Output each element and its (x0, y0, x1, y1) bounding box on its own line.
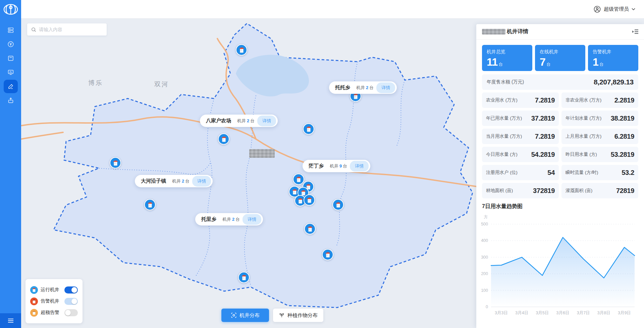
well-marker[interactable] (144, 199, 156, 210)
sidebar (0, 0, 21, 328)
stat-card-value: 11 (487, 56, 498, 68)
scan-frame-icon (231, 312, 237, 318)
well-marker[interactable] (236, 44, 247, 56)
x-tick-label: 3月8日 (597, 311, 610, 315)
well-cabinet-icon (241, 274, 247, 281)
tooltip-detail-button[interactable]: 详情 (257, 116, 276, 126)
stat-value: 37.2819 (531, 115, 555, 122)
sidebar-item-analytics[interactable] (4, 66, 18, 79)
well-cabinet-icon (113, 160, 118, 166)
panel-collapse-button[interactable] (632, 29, 638, 34)
tooltip-well-unit: 台 (250, 118, 255, 124)
search-input[interactable] (39, 27, 103, 32)
trend-chart-title: 7日用水量趋势图 (482, 203, 638, 210)
tooltip-well-unit: 台 (369, 85, 374, 91)
stat-cell-today-used: 今日用水量 (方)54.2819 (482, 147, 559, 162)
stat-value: 38.2819 (611, 115, 634, 122)
y-axis-unit: 方 (484, 215, 488, 219)
stat-label: 年已用水量 (万方) (486, 115, 522, 121)
stat-cell-agri-water: 农业用水 (万方)7.2819 (482, 92, 559, 108)
stat-row: 耕地面积 (亩)372819 灌溉面积 (亩)72819 (482, 183, 638, 198)
app-logo (0, 0, 21, 19)
tooltip-well-label: 机井 (222, 216, 231, 222)
stat-label: 耕地面积 (亩) (486, 188, 513, 194)
map-tooltip-mangding: 茫丁乡 机井 9 台 详情 (303, 160, 370, 172)
map-tooltip-daheyanzi: 大河沿子镇 机井 2 台 详情 (135, 175, 213, 187)
tooltip-detail-button[interactable]: 详情 (376, 82, 395, 93)
well-marker[interactable] (238, 272, 250, 283)
stat-value: 53.2819 (611, 151, 634, 158)
well-marker[interactable] (218, 133, 229, 145)
stat-cell-non-agri-water: 非农业用水 (万方)2.2819 (561, 92, 638, 108)
stat-card-label: 机井总览 (487, 49, 528, 55)
well-cabinet-icon (306, 126, 312, 132)
toggle-over-quota[interactable] (64, 309, 78, 316)
well-marker[interactable] (322, 249, 333, 260)
toggle-running-wells[interactable] (64, 286, 78, 293)
tooltip-well-count: 2 (182, 179, 184, 184)
well-marker[interactable] (303, 123, 314, 135)
sidebar-item-billing[interactable] (4, 38, 18, 51)
tooltip-well-label: 机井 (172, 178, 181, 184)
well-marker[interactable] (293, 174, 304, 185)
y-tick-label: 400 (481, 238, 488, 243)
stat-cell-year-used: 年已用水量 (万方)37.2819 (482, 111, 559, 126)
hamburger-icon (8, 318, 14, 323)
trend-chart: 0100200300400500方3月3日3月4日3月5日3月6日3月7日3月8… (479, 211, 639, 318)
well-cabinet-icon (292, 189, 298, 195)
stat-card-unit: 台 (546, 62, 550, 67)
well-cabinet-icon (221, 136, 227, 142)
tooltip-detail-button[interactable]: 详情 (350, 161, 369, 172)
stat-value: 372819 (533, 187, 555, 195)
well-marker[interactable] (304, 223, 316, 235)
stat-card-online-wells: 在线机井 7台 (535, 45, 585, 71)
stat-card-label: 告警机井 (593, 49, 634, 55)
sidebar-item-edit-active[interactable] (4, 80, 18, 93)
sidebar-item-export[interactable] (4, 94, 18, 107)
y-tick-label: 200 (481, 271, 488, 276)
x-tick-label: 3月4日 (515, 311, 528, 315)
tooltip-detail-button[interactable]: 详情 (192, 176, 211, 187)
tooltip-well-unit: 台 (185, 178, 190, 184)
x-tick-label: 3月6日 (556, 311, 570, 315)
stat-label: 上月用水量 (万方) (566, 133, 601, 139)
stat-row-annual-revenue: 年度售水额 (万元) 8,207,829.13 (482, 74, 638, 90)
legend-label: 告警机井 (41, 298, 64, 304)
sidebar-collapse-button[interactable] (0, 313, 21, 328)
user-menu[interactable]: 超级管理员 (593, 5, 635, 13)
sidebar-item-overview[interactable] (4, 23, 18, 37)
crop-distribution-button[interactable]: 种植作物分布 (273, 309, 323, 322)
tooltip-well-unit: 台 (343, 163, 347, 169)
alarm-well-icon (30, 298, 38, 305)
toggle-alarm-wells[interactable] (64, 298, 78, 305)
well-cabinet-icon (307, 226, 313, 232)
well-marker[interactable] (304, 194, 315, 206)
well-cabinet-icon (325, 252, 331, 258)
y-tick-label: 300 (481, 255, 488, 260)
topbar: 超级管理员 (21, 0, 644, 18)
redacted-region-name (482, 29, 505, 35)
well-distribution-button[interactable]: 机井分布 (221, 309, 269, 322)
well-marker[interactable] (110, 157, 121, 169)
well-cabinet-icon (296, 176, 302, 183)
sidebar-item-reports[interactable] (4, 52, 18, 65)
tooltip-town-name: 茫丁乡 (309, 163, 324, 169)
legend-label: 运行机井 (41, 287, 64, 293)
well-cabinet-icon (298, 198, 303, 204)
stack-icon (7, 26, 14, 34)
city-label-shuanghe: 双河 (154, 80, 169, 89)
stat-cards: 机井总览 11台 在线机井 7台 告警机井 1台 (482, 45, 638, 71)
stat-label: 年度售水额 (万元) (487, 79, 524, 85)
y-tick-label: 0 (486, 305, 488, 309)
tooltip-town-name: 托托乡 (335, 84, 350, 91)
tooltip-well-unit: 台 (235, 216, 240, 222)
tooltip-town-name: 大河沿子镇 (141, 178, 166, 184)
panel-title: 机井详情 (482, 28, 528, 35)
tooltip-town-name: 八家户农场 (206, 118, 231, 124)
well-distribution-label: 机井分布 (239, 312, 260, 319)
chevron-down-icon (632, 8, 635, 10)
tooltip-detail-button[interactable]: 详情 (243, 214, 261, 225)
stat-label: 昨日用水量 (方) (566, 151, 597, 157)
stat-cell-registered-users: 注册用水户 (位)54 (482, 165, 559, 180)
well-marker[interactable] (332, 199, 344, 210)
